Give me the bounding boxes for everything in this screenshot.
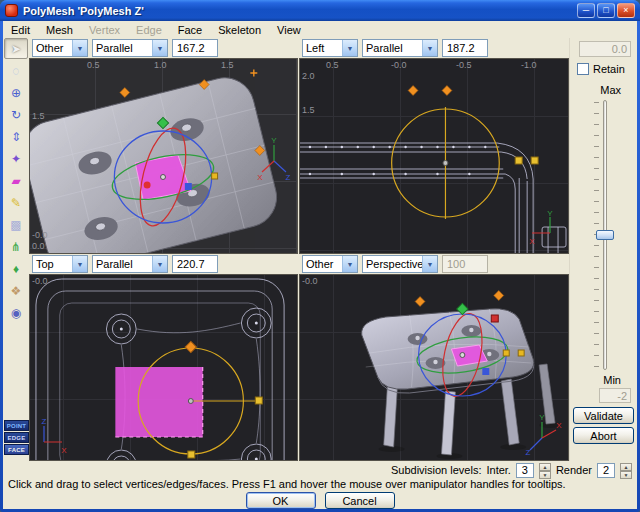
- inter-value-field[interactable]: 3: [516, 463, 534, 478]
- face-paint-tool-icon: ▰: [11, 174, 20, 188]
- zoom-value-field[interactable]: 220.7: [172, 255, 218, 273]
- face-mode-button[interactable]: FACE: [4, 444, 29, 455]
- viewport-canvas-perspective[interactable]: -0.0 Y X Z: [299, 274, 569, 461]
- inter-spinner: ▲ ▼: [539, 463, 551, 478]
- smooth-tool-icon: ▩: [10, 218, 21, 232]
- maximize-button[interactable]: □: [597, 3, 615, 18]
- axis-z-label: Z: [526, 448, 531, 456]
- subdivision-label: Subdivision levels:: [391, 464, 482, 476]
- translate-tool-button[interactable]: ⊕: [4, 82, 28, 103]
- status-hint: Click and drag to select vertices/edges/…: [8, 478, 566, 490]
- projection-select[interactable]: Parallel ▼: [92, 255, 168, 273]
- spinner-up-icon[interactable]: ▲: [620, 463, 632, 471]
- menu-edit[interactable]: Edit: [3, 23, 38, 37]
- view-orientation-select[interactable]: Other ▼: [302, 255, 358, 273]
- selection-mode-group: POINT EDGE FACE: [4, 420, 29, 455]
- axis-y-label: Y: [539, 413, 545, 422]
- hand-tool-button[interactable]: ❖: [4, 280, 28, 301]
- chevron-down-icon[interactable]: ▼: [72, 40, 87, 56]
- chevron-down-icon[interactable]: ▼: [422, 256, 437, 272]
- edge-mode-button[interactable]: EDGE: [4, 432, 29, 443]
- axis-triad: Y X Z: [522, 410, 562, 456]
- chevron-down-icon[interactable]: ▼: [152, 40, 167, 56]
- dialog-client-area: Edit Mesh Vertex Edge Face Skeleton View…: [3, 21, 637, 509]
- axis-y-label: Y: [271, 136, 277, 145]
- projection-value: Perspective: [363, 258, 422, 270]
- view-orientation-select[interactable]: Left ▼: [302, 39, 358, 57]
- bone-tool-button[interactable]: ♦: [4, 258, 28, 279]
- menu-skeleton[interactable]: Skeleton: [210, 23, 269, 37]
- chevron-down-icon[interactable]: ▼: [342, 40, 357, 56]
- rotate-tool-icon: ↻: [11, 108, 21, 122]
- lasso-tool-icon: ◌: [12, 64, 19, 78]
- chevron-down-icon[interactable]: ▼: [342, 256, 357, 272]
- grid-label: -0.0: [32, 230, 48, 240]
- view-orientation-select[interactable]: Other ▼: [32, 39, 88, 57]
- select-tool-button[interactable]: ➤: [4, 38, 28, 59]
- spinner-down-icon[interactable]: ▼: [620, 471, 632, 479]
- viewport-canvas-wireframe-left[interactable]: 0.5 -0.0 -0.5 -1.0 2.0 1.5 Y X: [299, 58, 569, 254]
- polymesh-window: PolyMesh 'PolyMesh Z' ─ □ × Edit Mesh Ve…: [0, 0, 640, 512]
- retain-checkbox[interactable]: [577, 63, 589, 75]
- rotate-tool-button[interactable]: ↻: [4, 104, 28, 125]
- zoom-value-field: 100: [442, 255, 488, 273]
- validate-button[interactable]: Validate: [573, 407, 634, 424]
- grid-label: 1.5: [221, 60, 234, 70]
- chevron-down-icon[interactable]: ▼: [152, 256, 167, 272]
- camera-tool-button[interactable]: ◉: [4, 302, 28, 323]
- smooth-tool-button[interactable]: ▩: [4, 214, 28, 235]
- slider-thumb[interactable]: [596, 230, 614, 240]
- viewport-header: Other ▼ Perspective ▼ 100: [299, 254, 569, 274]
- axis-triad: Z X: [34, 416, 70, 456]
- face-paint-tool-button[interactable]: ▰: [4, 170, 28, 191]
- grid-label: 0.5: [87, 60, 100, 70]
- cancel-button[interactable]: Cancel: [325, 492, 395, 509]
- axis-x-label: X: [257, 173, 263, 182]
- zoom-value-field[interactable]: 187.2: [442, 39, 488, 57]
- dialog-buttons: OK Cancel: [3, 492, 637, 509]
- close-button[interactable]: ×: [617, 3, 635, 18]
- axis-y-label: Y: [547, 209, 553, 218]
- spinner-up-icon[interactable]: ▲: [539, 463, 551, 471]
- minimize-button[interactable]: ─: [577, 3, 595, 18]
- menu-mesh[interactable]: Mesh: [38, 23, 81, 37]
- view-orientation-value: Left: [303, 42, 342, 54]
- viewport-top-right: Left ▼ Parallel ▼ 187.2: [299, 38, 569, 254]
- axis-x-label: X: [61, 446, 67, 455]
- hand-tool-icon: ❖: [11, 284, 22, 298]
- abort-button[interactable]: Abort: [573, 427, 634, 444]
- view-orientation-select[interactable]: Top ▼: [32, 255, 88, 273]
- render-value-field[interactable]: 2: [597, 463, 615, 478]
- grid-label: -0.0: [32, 276, 48, 286]
- axis-z-label: Z: [42, 417, 47, 426]
- skeleton-tool-button[interactable]: ⋔: [4, 236, 28, 257]
- chevron-down-icon[interactable]: ▼: [72, 256, 87, 272]
- viewport-canvas-wireframe-top[interactable]: -0.0 Z X: [29, 274, 298, 461]
- point-mode-button[interactable]: POINT: [4, 420, 29, 431]
- viewport-canvas-shaded[interactable]: 0.5 1.0 1.5 1.5 -0.0 0.0 Y Z X: [29, 58, 298, 254]
- projection-select[interactable]: Parallel ▼: [92, 39, 168, 57]
- manipulator-value-field: 0.0: [579, 41, 631, 57]
- axis-triad: Y Z X: [255, 135, 293, 183]
- lasso-tool-button[interactable]: ◌: [4, 60, 28, 81]
- titlebar[interactable]: PolyMesh 'PolyMesh Z' ─ □ ×: [0, 0, 640, 21]
- projection-select[interactable]: Parallel ▼: [362, 39, 438, 57]
- slider-min-value-field: -2: [599, 388, 631, 403]
- axis-x-label: X: [529, 237, 535, 246]
- grid-label: 1.0: [154, 60, 167, 70]
- crayon-tool-button[interactable]: ✎: [4, 192, 28, 213]
- select-tool-icon: ➤: [11, 42, 21, 56]
- menu-view[interactable]: View: [269, 23, 309, 37]
- projection-select[interactable]: Perspective ▼: [362, 255, 438, 273]
- zoom-value-field[interactable]: 167.2: [172, 39, 218, 57]
- view-orientation-value: Other: [303, 258, 342, 270]
- menu-vertex: Vertex: [81, 23, 128, 37]
- chevron-down-icon[interactable]: ▼: [422, 40, 437, 56]
- inter-label: Inter.: [486, 464, 510, 476]
- scale-tool-button[interactable]: ⇕: [4, 126, 28, 147]
- retain-label: Retain: [593, 63, 625, 75]
- slider-max-label: Max: [600, 84, 621, 96]
- menu-face[interactable]: Face: [170, 23, 210, 37]
- ok-button[interactable]: OK: [246, 492, 316, 509]
- extrude-tool-button[interactable]: ✦: [4, 148, 28, 169]
